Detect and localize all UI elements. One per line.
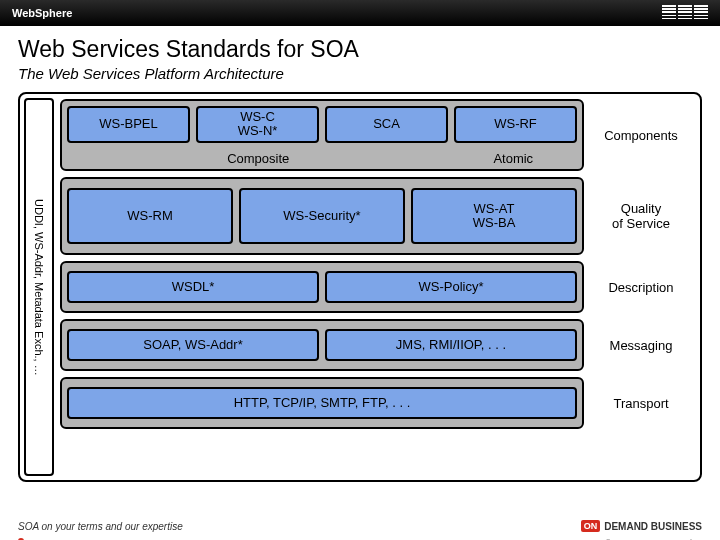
label-atomic: Atomic <box>450 151 578 166</box>
row-label-qos: Quality of Service <box>584 177 698 255</box>
row-description: WSDL* WS-Policy* Description <box>60 261 698 313</box>
row-components-main: WS-BPEL WS-C WS-N* SCA WS-RF Composite A… <box>60 99 584 171</box>
pill-ws-bpel: WS-BPEL <box>67 106 190 143</box>
pill-ws-rm: WS-RM <box>67 188 233 244</box>
pill-ws-at-ba: WS-AT WS-BA <box>411 188 577 244</box>
sidebar-column: UDDI, WS-Addr, Metadata Exch., … <box>24 98 54 476</box>
pill-ws-policy: WS-Policy* <box>325 271 577 303</box>
pill-soap: SOAP, WS-Addr* <box>67 329 319 361</box>
row-transport: HTTP, TCP/IP, SMTP, FTP, . . . Transport <box>60 377 698 429</box>
row-label-transport: Transport <box>584 377 698 429</box>
row-components: WS-BPEL WS-C WS-N* SCA WS-RF Composite A… <box>60 99 698 171</box>
sidebar-label: UDDI, WS-Addr, Metadata Exch., … <box>33 199 45 376</box>
layer-rows: WS-BPEL WS-C WS-N* SCA WS-RF Composite A… <box>60 96 698 478</box>
footer-tagline: SOA on your terms and our expertise <box>18 521 183 532</box>
pill-http: HTTP, TCP/IP, SMTP, FTP, . . . <box>67 387 577 419</box>
pill-sca: SCA <box>325 106 448 143</box>
page-title: Web Services Standards for SOA <box>18 36 702 63</box>
label-composite: Composite <box>67 151 450 166</box>
pill-ws-c-ws-n: WS-C WS-N* <box>196 106 319 143</box>
on-badge: ON <box>581 520 601 532</box>
pill-jms: JMS, RMI/IIOP, . . . <box>325 329 577 361</box>
row-label-messaging: Messaging <box>584 319 698 371</box>
row-qos: WS-RM WS-Security* WS-AT WS-BA Quality o… <box>60 177 698 255</box>
top-bar: WebSphere <box>0 0 720 26</box>
row-label-description: Description <box>584 261 698 313</box>
product-name: WebSphere <box>12 7 72 19</box>
architecture-diagram: UDDI, WS-Addr, Metadata Exch., … WS-BPEL… <box>18 92 702 482</box>
ondemand-text: DEMAND BUSINESS <box>604 521 702 532</box>
pill-ws-security: WS-Security* <box>239 188 405 244</box>
footer-bar: SOA on your terms and our expertise ON D… <box>0 516 720 536</box>
ibm-logo <box>662 5 708 21</box>
row-messaging: SOAP, WS-Addr* JMS, RMI/IIOP, . . . Mess… <box>60 319 698 371</box>
ondemand-badge: ON DEMAND BUSINESS <box>581 520 702 532</box>
page-subtitle: The Web Services Platform Architecture <box>18 65 702 82</box>
pill-ws-rf: WS-RF <box>454 106 577 143</box>
row-label-components: Components <box>584 99 698 171</box>
pill-wsdl: WSDL* <box>67 271 319 303</box>
